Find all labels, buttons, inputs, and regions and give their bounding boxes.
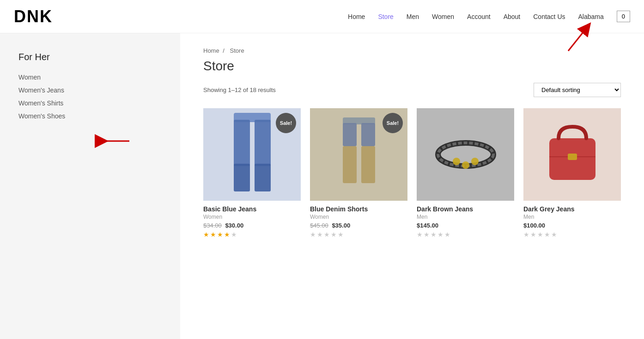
sidebar: For Her Women Women's Jeans Women's Shir… xyxy=(0,33,180,339)
product-card-1[interactable]: Sale! Basic Blue Jeans Women $34.00 $30.… xyxy=(203,108,301,238)
svg-rect-1 xyxy=(234,120,250,166)
star-3-5: ★ xyxy=(444,231,450,238)
nav-contact[interactable]: Contact Us xyxy=(533,13,565,20)
product-card-4[interactable]: Dark Grey Jeans Men $100.00 ★ ★ ★ ★ ★ xyxy=(523,108,621,238)
page-title: Store xyxy=(203,59,621,74)
star-2-3: ★ xyxy=(324,231,330,238)
star-4-2: ★ xyxy=(530,231,536,238)
product-img-placeholder-3 xyxy=(417,108,514,201)
sidebar-title: For Her xyxy=(18,52,166,62)
star-4-3: ★ xyxy=(537,231,543,238)
star-4-1: ★ xyxy=(523,231,529,238)
svg-rect-2 xyxy=(255,120,271,166)
store-meta: Showing 1–12 of 18 results Default sorti… xyxy=(203,83,621,97)
star-3-2: ★ xyxy=(424,231,430,238)
star-1-1: ★ xyxy=(203,231,209,238)
product-stars-1: ★ ★ ★ ★ ★ xyxy=(203,231,301,238)
product-price-3: $145.00 xyxy=(417,222,514,229)
price-new-1: $30.00 xyxy=(225,222,243,229)
sale-badge-1: Sale! xyxy=(276,113,296,133)
product-image-2: Sale! xyxy=(310,108,407,201)
svg-rect-6 xyxy=(343,123,357,146)
nav-men[interactable]: Men xyxy=(407,13,419,20)
star-2-2: ★ xyxy=(317,231,323,238)
star-2-1: ★ xyxy=(310,231,316,238)
sale-badge-2: Sale! xyxy=(383,113,403,133)
star-2-5: ★ xyxy=(338,231,344,238)
main-nav: Home Store Men Women Account About Conta… xyxy=(348,11,630,22)
svg-point-13 xyxy=(462,161,469,169)
product-image-1: Sale! xyxy=(203,108,301,201)
breadcrumb-separator: / xyxy=(223,47,225,54)
star-4-4: ★ xyxy=(544,231,550,238)
star-1-3: ★ xyxy=(217,231,223,238)
sort-select[interactable]: Default sortingSort by popularitySort by… xyxy=(534,83,621,97)
product-image-4 xyxy=(523,108,621,201)
price-new-2: $35.00 xyxy=(332,222,350,229)
product-category-2: Women xyxy=(310,214,407,220)
star-2-4: ★ xyxy=(331,231,337,238)
price-old-1: $34.00 xyxy=(203,222,222,229)
sidebar-links: Women Women's Jeans Women's Shirts Women… xyxy=(18,74,166,120)
svg-rect-4 xyxy=(255,164,271,191)
nav-alabama[interactable]: Alabama xyxy=(578,13,604,20)
header: DNK Home Store Men Women Account About C… xyxy=(0,0,644,33)
nav-home[interactable]: Home xyxy=(348,13,365,20)
product-card-2[interactable]: Sale! Blue Denim Shorts Women $45.00 $35… xyxy=(310,108,407,238)
product-category-4: Men xyxy=(523,214,621,220)
star-1-5: ★ xyxy=(231,231,237,238)
nav-store[interactable]: Store xyxy=(378,13,393,20)
sidebar-item-women[interactable]: Women xyxy=(18,74,166,81)
svg-rect-17 xyxy=(568,154,577,160)
product-price-2: $45.00 $35.00 xyxy=(310,222,407,229)
product-image-3 xyxy=(417,108,514,201)
product-name-2: Blue Denim Shorts xyxy=(310,205,407,213)
sidebar-item-womens-shoes[interactable]: Women's Shoes xyxy=(18,112,166,120)
product-category-3: Men xyxy=(417,214,514,220)
star-1-4: ★ xyxy=(224,231,230,238)
main-content: Home / Store Store Showing 1–12 of 18 re… xyxy=(180,33,644,339)
price-old-2: $45.00 xyxy=(310,222,328,229)
results-count: Showing 1–12 of 18 results xyxy=(203,86,276,93)
product-stars-2: ★ ★ ★ ★ ★ xyxy=(310,231,407,238)
svg-point-14 xyxy=(471,158,479,165)
star-3-1: ★ xyxy=(417,231,423,238)
price-regular-3: $145.00 xyxy=(417,222,438,229)
product-price-4: $100.00 xyxy=(523,222,621,229)
star-4-5: ★ xyxy=(551,231,557,238)
logo[interactable]: DNK xyxy=(14,7,53,26)
product-name-1: Basic Blue Jeans xyxy=(203,205,301,213)
product-name-4: Dark Grey Jeans xyxy=(523,205,621,213)
cart-button[interactable]: 0 xyxy=(617,11,630,22)
product-price-1: $34.00 $30.00 xyxy=(203,222,301,229)
star-3-4: ★ xyxy=(437,231,444,238)
nav-account[interactable]: Account xyxy=(467,13,491,20)
svg-rect-3 xyxy=(234,164,250,191)
page-layout: For Her Women Women's Jeans Women's Shir… xyxy=(0,33,644,339)
svg-rect-8 xyxy=(343,146,357,183)
price-regular-4: $100.00 xyxy=(523,222,545,229)
svg-rect-7 xyxy=(361,123,375,146)
product-card-3[interactable]: Dark Brown Jeans Men $145.00 ★ ★ ★ ★ ★ xyxy=(417,108,514,238)
products-grid: Sale! Basic Blue Jeans Women $34.00 $30.… xyxy=(203,108,621,238)
product-name-3: Dark Brown Jeans xyxy=(417,205,514,213)
product-stars-3: ★ ★ ★ ★ ★ xyxy=(417,231,514,238)
breadcrumb: Home / Store xyxy=(203,47,621,54)
star-1-2: ★ xyxy=(210,231,216,238)
breadcrumb-current: Store xyxy=(230,47,244,54)
nav-women[interactable]: Women xyxy=(432,13,454,20)
svg-point-12 xyxy=(453,158,460,165)
product-stars-4: ★ ★ ★ ★ ★ xyxy=(523,231,621,238)
nav-about[interactable]: About xyxy=(504,13,521,20)
sidebar-item-womens-shirts[interactable]: Women's Shirts xyxy=(18,99,166,107)
svg-rect-9 xyxy=(361,146,375,183)
breadcrumb-home[interactable]: Home xyxy=(203,47,219,54)
product-img-placeholder-4 xyxy=(523,108,621,201)
star-3-3: ★ xyxy=(431,231,437,238)
product-category-1: Women xyxy=(203,214,301,220)
sidebar-item-womens-jeans[interactable]: Women's Jeans xyxy=(18,86,166,94)
